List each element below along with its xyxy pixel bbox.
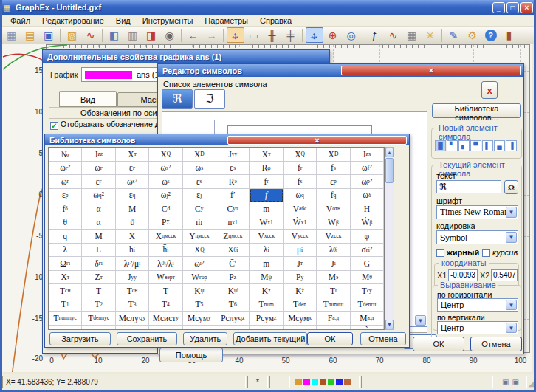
symbol-cell[interactable]: T1 bbox=[49, 326, 82, 331]
scroll-down-icon[interactable]: ▼ bbox=[385, 320, 394, 329]
settings-gear-button[interactable]: ⚙ bbox=[464, 27, 481, 43]
symbol-cell[interactable]: ϑ bbox=[116, 216, 149, 230]
export-chart-button[interactable]: ◨ bbox=[142, 27, 160, 43]
maximize-button[interactable]: □ bbox=[506, 2, 519, 13]
library-cancel-button[interactable]: Отмена bbox=[360, 332, 406, 345]
encoding-combo[interactable]: Symbol ▼ bbox=[436, 230, 518, 244]
symbol-cell[interactable]: T6 bbox=[216, 298, 250, 312]
new-table-button[interactable]: ▦ bbox=[3, 27, 21, 43]
symbol-cell[interactable]: T2 bbox=[82, 326, 115, 331]
open-file-button[interactable]: ▤ bbox=[21, 27, 39, 43]
symbol-cell[interactable]: Ji bbox=[317, 257, 350, 271]
symbol-cell[interactable]: XQ bbox=[149, 148, 182, 162]
scroll-up-icon[interactable]: ▲ bbox=[385, 148, 394, 157]
chart-window-button[interactable]: ◧ bbox=[106, 27, 123, 43]
symbol-library-button[interactable]: Библиотека символов... bbox=[432, 103, 521, 118]
target-crosshair-button[interactable]: ⊕ bbox=[324, 27, 342, 43]
symbol-cell[interactable]: εp bbox=[49, 189, 82, 203]
vertical-align-combo[interactable]: Центр ▼ bbox=[437, 321, 518, 334]
fit-view-button[interactable]: ↔↕ bbox=[227, 27, 244, 43]
symbol-cell[interactable]: Jzz bbox=[82, 148, 115, 162]
symbol-cell[interactable]: T6 bbox=[216, 326, 250, 331]
symbol-cell[interactable]: Tсу bbox=[351, 284, 384, 298]
symbol-cell[interactable]: Vyсск bbox=[284, 230, 317, 244]
element-top-right-icon[interactable]: ▘ bbox=[447, 140, 458, 151]
menu-редактирование[interactable]: Редактирование bbox=[36, 16, 110, 25]
symbol-cell[interactable]: εs bbox=[183, 175, 216, 189]
symbol-cell[interactable]: Rэ bbox=[216, 175, 250, 189]
symbol-cell[interactable]: fs bbox=[284, 175, 317, 189]
symbol-cell[interactable]: Mсумy bbox=[183, 312, 216, 326]
menu-файл[interactable]: Файл bbox=[4, 16, 36, 25]
camera-snapshot-button[interactable]: ◉ bbox=[161, 27, 179, 43]
symbol-cell[interactable]: XD bbox=[317, 148, 350, 162]
symbol-cell[interactable]: Pсумz bbox=[250, 312, 283, 326]
symbol-cell[interactable]: H bbox=[351, 202, 384, 216]
bold-checkbox-row[interactable]: жирный bbox=[436, 248, 479, 257]
symbol-cell[interactable]: Tnumгп bbox=[317, 298, 350, 312]
symbol-cell[interactable]: Jт bbox=[284, 257, 317, 271]
menu-справка[interactable]: Справка bbox=[254, 16, 298, 25]
symbol-cell[interactable]: ωq² bbox=[82, 189, 115, 203]
symbol-cell[interactable]: nx1 bbox=[216, 216, 250, 230]
symbol-cell[interactable]: R0i bbox=[317, 326, 350, 331]
symbol-cell[interactable]: ωδ bbox=[351, 189, 384, 203]
symbol-cell[interactable]: fr bbox=[250, 175, 283, 189]
menu-параметры[interactable]: Параметры bbox=[199, 16, 254, 25]
symbol-cell[interactable]: Zт bbox=[82, 271, 115, 285]
symbol-cell[interactable]: XQ bbox=[284, 148, 317, 162]
symbol-cell[interactable]: ωq bbox=[284, 189, 317, 203]
symbol-cell[interactable]: α bbox=[82, 216, 115, 230]
font-combo[interactable]: Times New Roman ▼ bbox=[436, 205, 518, 219]
symbol-cell[interactable]: ωг bbox=[49, 175, 82, 189]
symbol-cell[interactable]: C̄′ bbox=[216, 257, 250, 271]
symbol-cell[interactable]: Cd bbox=[149, 202, 182, 216]
symbol-cell[interactable]: σ̄гi² bbox=[351, 244, 384, 258]
symbol-library-close-icon[interactable]: × bbox=[227, 136, 407, 145]
symbol-cell[interactable]: Tdenпус bbox=[82, 312, 115, 326]
text-input[interactable]: ℜ bbox=[436, 180, 501, 193]
italic-checkbox-row[interactable]: курсив bbox=[482, 248, 518, 257]
symbol-cell[interactable]: ωp² bbox=[351, 175, 384, 189]
symbol-cell[interactable]: Jyy bbox=[116, 271, 149, 285]
symbol-cell[interactable]: εq bbox=[116, 189, 149, 203]
symbol-cell[interactable]: εp bbox=[317, 175, 350, 189]
exit-door-button[interactable]: ▮ bbox=[501, 27, 518, 43]
add-curve-button[interactable]: ∿ bbox=[82, 27, 100, 43]
status-zoom-icon[interactable]: ▣ bbox=[502, 378, 509, 386]
symbol-cell[interactable]: Kz bbox=[250, 284, 283, 298]
symbol-cell[interactable]: G bbox=[351, 257, 384, 271]
print-preview-button[interactable]: ▥ bbox=[124, 27, 142, 43]
symbol-cell[interactable]: Mψ bbox=[250, 271, 283, 285]
delete-button[interactable]: Удалить bbox=[183, 332, 227, 345]
symbol-cell[interactable]: Wгор bbox=[183, 271, 216, 285]
symbol-cell[interactable]: εj bbox=[183, 189, 216, 203]
symbol-grid[interactable]: №JzzXтXQXDJyyXтXQXDJzxωг²ωгεгωs²ωsεsRφfr… bbox=[48, 147, 385, 330]
symbol-cell[interactable]: Vотн bbox=[317, 202, 350, 216]
symbol-cell[interactable]: fq bbox=[317, 189, 350, 203]
symbol-cell[interactable]: ωs² bbox=[116, 175, 149, 189]
symbol-cell[interactable]: Tnumпус bbox=[49, 312, 82, 326]
symbol-cell[interactable]: ωs bbox=[183, 162, 216, 176]
symbol-cell[interactable]: T bbox=[82, 284, 115, 298]
editor-ok-button[interactable]: ОК bbox=[413, 337, 464, 351]
help-button[interactable]: Помощь bbox=[159, 348, 223, 362]
symbol-grid-scrollbar[interactable]: ▲ ▼ bbox=[385, 147, 394, 330]
symbol-cell[interactable]: Mсистy bbox=[149, 312, 182, 326]
symbol-cell[interactable]: Ù bbox=[351, 326, 384, 331]
symbol-cell[interactable]: Kż bbox=[284, 284, 317, 298]
symbol-cell[interactable]: εг bbox=[82, 175, 115, 189]
notes-edit-button[interactable]: ✎ bbox=[445, 27, 463, 43]
symbol-cell[interactable]: Xт bbox=[116, 148, 149, 162]
symbol-cell[interactable]: fδ bbox=[49, 202, 82, 216]
symbol-editor-titlebar[interactable]: Редактор символов × bbox=[158, 64, 523, 77]
symbol-cell[interactable]: m̄ bbox=[250, 257, 283, 271]
hidden-combo-remnant[interactable]: ▼ bbox=[408, 314, 427, 327]
symbol-cell[interactable]: m bbox=[250, 202, 283, 216]
omega-symbol-button[interactable]: Ω bbox=[504, 180, 518, 194]
symbol-cell[interactable]: Lа/п bbox=[250, 326, 283, 331]
split-vertical-button[interactable]: ╫ bbox=[264, 27, 281, 43]
symbol-cell[interactable]: L bbox=[82, 244, 115, 258]
element-right-half-icon[interactable]: ▐ bbox=[506, 140, 517, 151]
symbol-cell[interactable]: XD bbox=[183, 148, 216, 162]
